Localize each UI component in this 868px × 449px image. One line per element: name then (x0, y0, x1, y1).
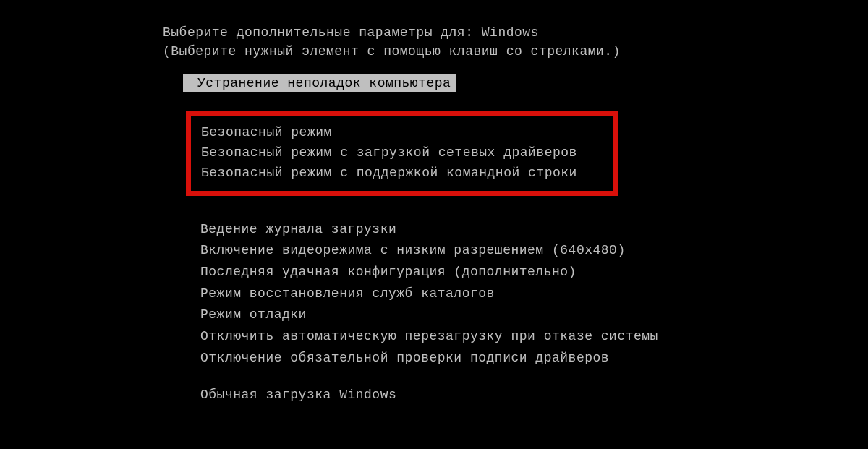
menu-item-disable-driver-sig[interactable]: Отключение обязательной проверки подписи… (200, 348, 868, 369)
menu-item-debug[interactable]: Режим отладки (200, 304, 868, 326)
menu-item-disable-auto-restart[interactable]: Отключить автоматическую перезагрузку пр… (200, 326, 868, 348)
selected-option-label: Устранение неполадок компьютера (183, 74, 456, 92)
menu-item-boot-log[interactable]: Ведение журнала загрузки (200, 219, 868, 241)
help-text: (Выберите нужный элемент с помощью клави… (163, 44, 868, 59)
os-name: Windows (482, 25, 539, 40)
boot-options-screen: Выберите дополнительные параметры для: W… (0, 0, 868, 406)
selected-option-row[interactable]: Устранение неполадок компьютера (183, 74, 868, 92)
menu-item-safe-mode[interactable]: Безопасный режим (201, 123, 577, 143)
additional-options-block: Ведение журнала загрузки Включение видео… (200, 219, 868, 407)
prompt-label: Выберите дополнительные параметры для: (163, 25, 473, 40)
safe-mode-highlight-box: Безопасный режим Безопасный режим с загр… (186, 111, 618, 196)
menu-item-normal-boot[interactable]: Обычная загрузка Windows (200, 385, 868, 406)
menu-item-low-res-video[interactable]: Включение видеорежима с низким разрешени… (200, 240, 868, 262)
menu-item-ds-restore[interactable]: Режим восстановления служб каталогов (200, 283, 868, 305)
menu-item-safe-mode-command[interactable]: Безопасный режим с поддержкой командной … (201, 163, 577, 184)
menu-item-safe-mode-networking[interactable]: Безопасный режим с загрузкой сетевых дра… (201, 143, 577, 163)
menu-item-last-known-good[interactable]: Последняя удачная конфигурация (дополнит… (200, 262, 868, 283)
prompt-line: Выберите дополнительные параметры для: W… (163, 25, 868, 40)
